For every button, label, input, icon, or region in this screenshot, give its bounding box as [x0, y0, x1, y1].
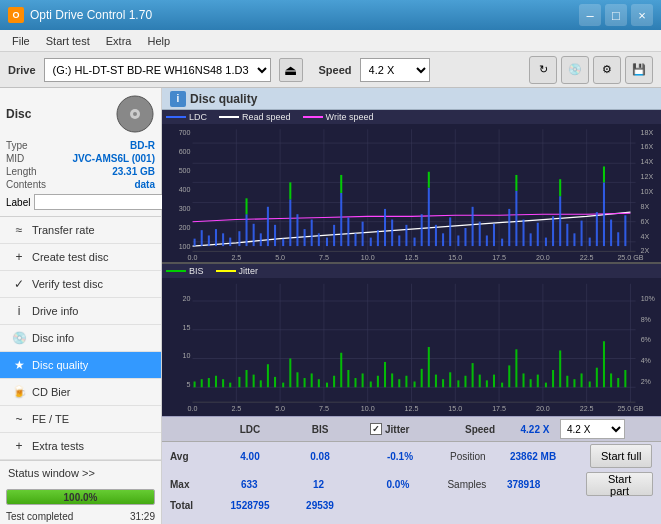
sidebar-item-cd-bier[interactable]: 🍺 CD Bier: [0, 379, 161, 406]
svg-text:20.0: 20.0: [536, 253, 550, 262]
svg-rect-151: [282, 383, 284, 388]
svg-rect-74: [472, 207, 474, 246]
svg-rect-90: [589, 238, 591, 246]
svg-rect-71: [449, 217, 451, 246]
svg-rect-78: [501, 239, 503, 246]
svg-rect-175: [457, 380, 459, 387]
menu-help[interactable]: Help: [139, 33, 178, 49]
sidebar-item-disc-info[interactable]: 💿 Disc info: [0, 325, 161, 352]
svg-text:5: 5: [187, 380, 191, 390]
svg-rect-149: [267, 364, 269, 387]
label-input[interactable]: [34, 194, 167, 210]
svg-text:200: 200: [179, 223, 191, 232]
svg-rect-57: [347, 217, 349, 246]
samples-label: Samples: [447, 479, 506, 490]
svg-rect-50: [296, 214, 298, 246]
stats-bar: LDC BIS ✓ Jitter Speed 4.22 X 4.2 X Avg: [162, 416, 661, 524]
title-controls: – □ ×: [579, 4, 653, 26]
svg-rect-190: [566, 376, 568, 388]
svg-text:12.5: 12.5: [405, 404, 419, 414]
sidebar-label-fe-te: FE / TE: [32, 413, 69, 425]
sidebar-item-disc-quality[interactable]: ★ Disc quality: [0, 352, 161, 379]
read-speed-color: [219, 116, 239, 118]
menu-bar: File Start test Extra Help: [0, 30, 661, 52]
svg-rect-49: [289, 199, 291, 246]
svg-rect-79: [508, 209, 510, 246]
max-label: Max: [170, 479, 210, 490]
sidebar-item-transfer-rate[interactable]: ≈ Transfer rate: [0, 217, 161, 244]
speed-selector[interactable]: 4.2 X: [560, 419, 625, 439]
svg-text:22.5: 22.5: [580, 404, 594, 414]
disc-icon[interactable]: 💿: [561, 56, 589, 84]
samples-value: 378918: [507, 479, 586, 490]
svg-rect-55: [333, 225, 335, 246]
sidebar-label-transfer-rate: Transfer rate: [32, 224, 95, 236]
status-window-button[interactable]: Status window >>: [0, 461, 161, 485]
svg-rect-157: [326, 383, 328, 388]
speed-select[interactable]: 4.2 X: [360, 58, 430, 82]
svg-rect-152: [289, 359, 291, 388]
settings-icon[interactable]: ⚙: [593, 56, 621, 84]
progress-bar-container: 100.0%: [6, 489, 155, 505]
svg-rect-87: [566, 224, 568, 246]
sidebar-item-drive-info[interactable]: i Drive info: [0, 298, 161, 325]
stats-total-row: Total 1528795 29539: [162, 498, 661, 513]
svg-rect-191: [573, 379, 575, 387]
jitter-checkbox[interactable]: ✓: [370, 423, 382, 435]
svg-rect-84: [545, 238, 547, 246]
stats-header-row: LDC BIS ✓ Jitter Speed 4.22 X 4.2 X: [162, 417, 661, 442]
svg-text:6X: 6X: [641, 217, 650, 226]
svg-rect-197: [617, 378, 619, 387]
svg-rect-173: [442, 379, 444, 387]
status-completed-row: Test completed 31:29: [0, 509, 161, 524]
minimize-button[interactable]: –: [579, 4, 601, 26]
svg-rect-37: [201, 230, 203, 246]
refresh-icon[interactable]: ↻: [529, 56, 557, 84]
jitter-checkbox-group: ✓ Jitter: [370, 423, 450, 435]
start-full-button[interactable]: Start full: [590, 444, 652, 468]
max-ldc: 633: [210, 479, 289, 490]
svg-rect-67: [421, 214, 423, 246]
sidebar-item-fe-te[interactable]: ~ FE / TE: [0, 406, 161, 433]
save-icon[interactable]: 💾: [625, 56, 653, 84]
menu-extra[interactable]: Extra: [98, 33, 140, 49]
svg-rect-68: [428, 188, 430, 246]
svg-rect-147: [253, 375, 255, 388]
svg-rect-69: [435, 225, 437, 246]
menu-file[interactable]: File: [4, 33, 38, 49]
svg-text:300: 300: [179, 204, 191, 213]
svg-rect-100: [515, 175, 517, 191]
svg-rect-170: [421, 369, 423, 387]
sidebar: Disc Type BD-R MID JVC-AMS6L (001) Lengt…: [0, 88, 162, 524]
sidebar-item-verify-test-disc[interactable]: ✓ Verify test disc: [0, 271, 161, 298]
start-part-button[interactable]: Start part: [586, 472, 653, 496]
svg-text:15: 15: [183, 322, 191, 332]
contents-value: data: [134, 179, 155, 190]
disc-title: Disc: [6, 107, 31, 121]
sidebar-label-verify-test-disc: Verify test disc: [32, 278, 103, 290]
chart1-svg: 700 600 500 400 300 200 100 18X 16X 14X …: [162, 124, 661, 262]
read-speed-label: Read speed: [242, 112, 291, 122]
maximize-button[interactable]: □: [605, 4, 627, 26]
svg-rect-89: [581, 221, 583, 246]
stats-max-row: Max 633 12 0.0% Samples 378918 Start par…: [162, 470, 661, 498]
mid-label: MID: [6, 153, 24, 164]
close-button[interactable]: ×: [631, 4, 653, 26]
svg-rect-91: [596, 212, 598, 246]
disc-contents-row: Contents data: [6, 179, 155, 190]
chart1-area: 700 600 500 400 300 200 100 18X 16X 14X …: [162, 124, 661, 262]
svg-rect-195: [603, 341, 605, 387]
svg-rect-139: [194, 382, 196, 388]
position-value: 23862 MB: [510, 451, 590, 462]
svg-rect-144: [229, 383, 231, 388]
svg-rect-63: [391, 220, 393, 247]
svg-text:22.5: 22.5: [580, 253, 594, 262]
sidebar-item-extra-tests[interactable]: + Extra tests: [0, 433, 161, 460]
svg-text:12X: 12X: [641, 172, 654, 181]
eject-icon[interactable]: ⏏: [279, 58, 303, 82]
menu-start-test[interactable]: Start test: [38, 33, 98, 49]
sidebar-item-create-test-disc[interactable]: + Create test disc: [0, 244, 161, 271]
elapsed-time: 31:29: [130, 511, 155, 522]
disc-svg-icon: [115, 94, 155, 134]
drive-select[interactable]: (G:) HL-DT-ST BD-RE WH16NS48 1.D3: [44, 58, 271, 82]
